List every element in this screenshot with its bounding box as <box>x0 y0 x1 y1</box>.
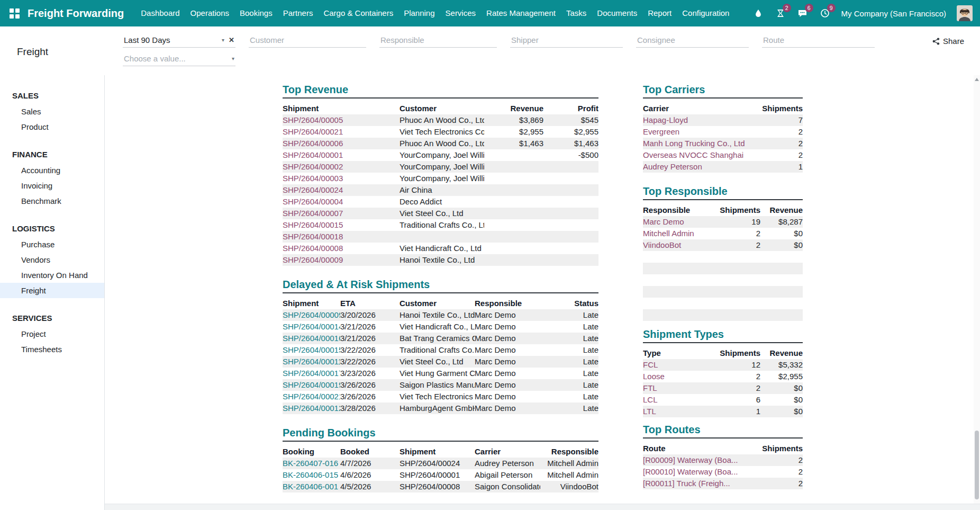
droplet-icon[interactable] <box>752 7 764 19</box>
route-filter[interactable] <box>762 34 875 48</box>
cell-link[interactable]: SHP/2604/00009 <box>283 309 340 321</box>
choose-value-filter[interactable]: Choose a value... ▾ <box>123 52 235 66</box>
cell-link[interactable]: SHP/2604/00017 <box>283 368 340 379</box>
customer-filter[interactable] <box>249 34 366 48</box>
menu-operations[interactable]: Operations <box>185 0 234 26</box>
shipper-filter[interactable] <box>510 34 623 48</box>
sidebar-item-freight[interactable]: Freight <box>0 283 104 298</box>
messages-icon[interactable]: 6 <box>797 7 809 19</box>
sidebar-item-inventory-on-hand[interactable]: Inventory On Hand <box>0 267 104 283</box>
hourglass-icon[interactable]: 2 <box>775 7 786 19</box>
shipper-input[interactable] <box>511 35 622 44</box>
cell-link[interactable]: SHP/2604/00003 <box>283 173 400 184</box>
cell-link[interactable]: Evergreen <box>643 126 760 138</box>
cell-link[interactable]: SHP/2604/00009 <box>283 254 400 266</box>
apps-grid-button[interactable] <box>5 4 23 22</box>
cell-link[interactable]: SHP/2604/00016 <box>283 333 340 344</box>
cell-link[interactable]: SHP/2604/00001 <box>283 149 400 161</box>
column-header: Shipments <box>717 347 760 359</box>
cell-link[interactable]: Mitchell Admin <box>643 228 717 239</box>
consignee-filter[interactable] <box>636 34 749 48</box>
cell-link[interactable]: SHP/2604/00014 <box>283 321 340 333</box>
cell <box>484 243 543 254</box>
cell-link[interactable]: Overseas NVOCC Shanghai <box>643 149 760 161</box>
cell-link[interactable]: SHP/2604/00005 <box>283 114 400 126</box>
cell-link[interactable]: SHP/2604/00018 <box>283 231 400 243</box>
menu-rates-management[interactable]: Rates Management <box>481 0 561 26</box>
section-title: FINANCE <box>0 148 104 161</box>
sidebar-item-vendors[interactable]: Vendors <box>0 252 104 267</box>
cell-link[interactable]: SHP/2604/00015 <box>283 344 340 356</box>
cell-link[interactable]: SHP/2604/00004 <box>283 196 400 208</box>
cell-link[interactable]: LTL <box>643 406 717 417</box>
cell-link[interactable]: SHP/2604/00007 <box>283 208 400 219</box>
cell-link[interactable]: SHP/2604/00021 <box>283 126 400 138</box>
sidebar-item-sales[interactable]: Sales <box>0 104 104 119</box>
sidebar-item-purchase[interactable]: Purchase <box>0 237 104 252</box>
cell-link[interactable]: BK-260406-015 <box>283 469 340 481</box>
cell-link[interactable]: SHP/2604/00008 <box>283 243 400 254</box>
cell-link[interactable]: BK-260406-001 <box>283 481 340 493</box>
sidebar-item-timesheets[interactable]: Timesheets <box>0 342 104 357</box>
sidebar-item-invoicing[interactable]: Invoicing <box>0 178 104 193</box>
menu-dashboard[interactable]: Dashboard <box>135 0 185 26</box>
cell-link[interactable]: SHP/2604/00024 <box>283 184 400 196</box>
route-input[interactable] <box>763 35 874 44</box>
user-avatar[interactable] <box>957 5 973 21</box>
table-row: SHP/2604/000213/26/2026Viet Tech Electro… <box>283 391 598 402</box>
cell-link[interactable]: SHP/2604/00012 <box>283 402 340 414</box>
consignee-input[interactable] <box>637 35 748 44</box>
menu-configuration[interactable]: Configuration <box>677 0 734 26</box>
horizontal-scrollbar[interactable] <box>105 504 980 510</box>
cell-link[interactable]: SHP/2604/00006 <box>283 138 400 149</box>
menu-tasks[interactable]: Tasks <box>561 0 592 26</box>
cell-link[interactable]: [R00010] Waterway (Boa... <box>643 466 760 478</box>
table-row: Audrey Peterson1 <box>643 161 803 173</box>
cell-link[interactable]: SHP/2604/00019 <box>283 379 340 391</box>
cell-link[interactable]: Marc Demo <box>643 216 717 228</box>
sidebar-item-accounting[interactable]: Accounting <box>0 163 104 178</box>
cell-link[interactable]: SHP/2604/00021 <box>283 391 340 402</box>
activities-clock-icon[interactable]: 9 <box>819 7 831 19</box>
table-body: SHP/2604/000093/20/2026Hanoi Textile Co.… <box>283 309 598 414</box>
app-name: Freight Forwarding <box>28 7 124 20</box>
cell-link[interactable]: SHP/2604/00002 <box>283 161 400 173</box>
company-switcher[interactable]: My Company (San Francisco) <box>841 9 946 18</box>
cell-link[interactable]: FTL <box>643 382 717 394</box>
cell-link[interactable]: [R00011] Truck (Freigh... <box>643 478 760 489</box>
scroll-up-icon[interactable] <box>975 78 979 81</box>
menu-services[interactable]: Services <box>440 0 482 26</box>
vertical-scrollbar[interactable] <box>974 75 980 504</box>
period-filter[interactable]: Last 90 Days ▾ ✕ <box>123 34 235 48</box>
cell-link[interactable]: Manh Long Trucking Co., Ltd <box>643 138 760 149</box>
cell-link[interactable]: Audrey Peterson <box>643 161 760 173</box>
menu-partners[interactable]: Partners <box>278 0 319 26</box>
column-header: Shipment <box>400 446 475 458</box>
cell-link[interactable]: SHP/2604/00011 <box>283 356 340 368</box>
cell: $0 <box>760 239 803 251</box>
cell-link[interactable]: ViindooBot <box>643 239 717 251</box>
menu-report[interactable]: Report <box>642 0 677 26</box>
menu-documents[interactable]: Documents <box>592 0 642 26</box>
clear-filter-icon[interactable]: ✕ <box>229 36 234 44</box>
share-button[interactable]: Share <box>932 37 964 48</box>
sidebar-item-benchmark[interactable]: Benchmark <box>0 193 104 209</box>
cell <box>543 173 598 184</box>
dashboard-content: Top Revenue ShipmentCustomerRevenueProfi… <box>105 75 980 510</box>
sidebar-item-product[interactable]: Product <box>0 119 104 135</box>
customer-input[interactable] <box>250 35 365 44</box>
responsible-filter[interactable] <box>379 34 497 48</box>
cell-link[interactable]: Loose <box>643 371 717 382</box>
responsible-input[interactable] <box>380 35 496 44</box>
vertical-scrollbar-thumb[interactable] <box>975 431 979 499</box>
cell-link[interactable]: [R00009] Waterway (Boa... <box>643 454 760 466</box>
menu-planning[interactable]: Planning <box>398 0 440 26</box>
cell-link[interactable]: FCL <box>643 359 717 371</box>
cell-link[interactable]: Hapag-Lloyd <box>643 114 760 126</box>
cell-link[interactable]: BK-260407-016 <box>283 458 340 469</box>
menu-bookings[interactable]: Bookings <box>234 0 278 26</box>
menu-cargo-containers[interactable]: Cargo & Containers <box>318 0 398 26</box>
sidebar-item-project[interactable]: Project <box>0 326 104 342</box>
cell-link[interactable]: LCL <box>643 394 717 406</box>
cell-link[interactable]: SHP/2604/00015 <box>283 219 400 231</box>
